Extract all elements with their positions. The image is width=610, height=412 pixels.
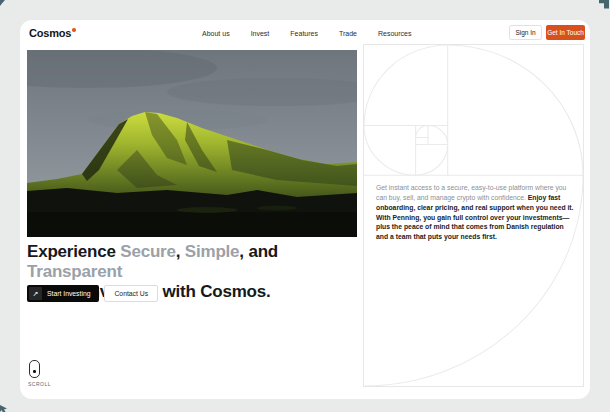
heading-seg-and: , and: [239, 242, 278, 261]
heading-seg-comma1: ,: [176, 242, 185, 261]
mouse-icon: [29, 360, 40, 378]
corner-accent-bottom-left-icon: [0, 402, 9, 412]
arrow-up-right-icon: ↗: [29, 287, 42, 300]
get-in-touch-button[interactable]: Get In Touch: [546, 25, 585, 40]
start-investing-label: Start Investing: [47, 290, 90, 297]
heading-seg-secure: Secure: [120, 242, 176, 261]
heading-seg-experience: Experience: [27, 242, 120, 261]
nav-item-trade[interactable]: Trade: [339, 30, 357, 37]
panel-description: Get instant access to a secure, easy-to-…: [376, 183, 574, 242]
scroll-indicator: SCROLL: [28, 360, 50, 387]
mouse-wheel-dot: [33, 370, 36, 373]
golden-ratio-panel: Get instant access to a secure, easy-to-…: [363, 44, 584, 387]
corner-accent-top-left-icon: [0, 0, 8, 8]
mountain-illustration: [27, 50, 357, 237]
sign-in-button[interactable]: Sign In: [509, 25, 542, 40]
corner-accent-top-right-icon: [598, 0, 610, 9]
nav-item-invest[interactable]: Invest: [251, 30, 270, 37]
contact-us-button[interactable]: Contact Us: [104, 285, 158, 302]
nav-item-about-us[interactable]: About us: [202, 30, 230, 37]
logo-dot-icon: [72, 28, 76, 32]
nav-links: About us Invest Features Trade Resources: [202, 30, 411, 37]
hero-image: [27, 50, 357, 237]
heading-seg-transparent: Transparent: [27, 262, 122, 281]
scroll-label: SCROLL: [28, 381, 50, 387]
nav-item-resources[interactable]: Resources: [378, 30, 411, 37]
main-card: Cosmos About us Invest Features Trade Re…: [20, 20, 590, 399]
logo[interactable]: Cosmos: [29, 27, 76, 39]
start-investing-button[interactable]: ↗ Start Investing: [27, 285, 99, 302]
heading-seg-simple: Simple: [185, 242, 240, 261]
page: Cosmos About us Invest Features Trade Re…: [0, 0, 610, 412]
hero-actions: ↗ Start Investing Contact Us: [27, 285, 158, 302]
logo-text: Cosmos: [29, 27, 71, 39]
nav-item-features[interactable]: Features: [290, 30, 318, 37]
